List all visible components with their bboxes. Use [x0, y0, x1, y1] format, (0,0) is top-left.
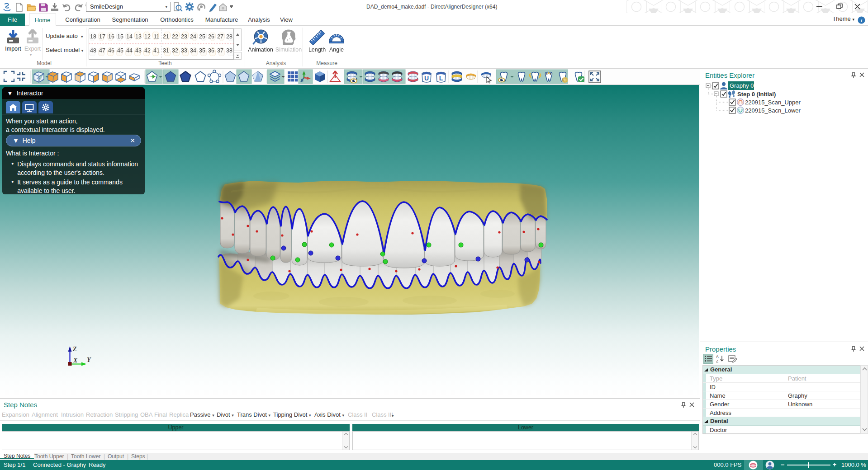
svg-text:Step 0 (Initial): Step 0 (Initial) [737, 91, 776, 98]
svg-text:13: 13 [135, 33, 142, 40]
svg-text:L: L [439, 75, 443, 82]
svg-text:16: 16 [108, 33, 114, 40]
svg-text:U: U [424, 75, 429, 82]
svg-text:15: 15 [117, 33, 123, 40]
svg-text:Z: Z [72, 346, 77, 352]
svg-text:23: 23 [181, 33, 187, 40]
svg-text:12: 12 [144, 33, 151, 40]
svg-text:36: 36 [208, 47, 214, 54]
svg-text:27: 27 [217, 33, 223, 40]
svg-text:48: 48 [90, 47, 96, 54]
svg-text:11: 11 [154, 33, 160, 40]
svg-text:32: 32 [172, 47, 178, 54]
svg-text:42: 42 [144, 47, 151, 54]
svg-text:26: 26 [208, 33, 214, 40]
svg-text:14: 14 [126, 33, 133, 40]
svg-text:17: 17 [99, 33, 105, 40]
svg-text:31: 31 [163, 47, 169, 54]
svg-text:220915_Scan_Upper: 220915_Scan_Upper [745, 99, 801, 106]
svg-text:Y: Y [87, 357, 91, 363]
svg-text:46: 46 [108, 47, 114, 54]
svg-text:43: 43 [135, 47, 142, 54]
svg-text:24: 24 [190, 33, 196, 40]
svg-text:37: 37 [217, 47, 223, 54]
svg-text:18: 18 [90, 33, 96, 40]
svg-text:21: 21 [163, 33, 169, 40]
svg-text:28: 28 [226, 33, 232, 40]
svg-text:34: 34 [190, 47, 196, 54]
svg-text:X: X [73, 357, 78, 364]
svg-text:35: 35 [199, 47, 205, 54]
svg-text:45: 45 [117, 47, 123, 54]
svg-text:44: 44 [126, 47, 133, 54]
svg-text:Graphy 0: Graphy 0 [730, 82, 754, 89]
svg-text:33: 33 [181, 47, 187, 54]
svg-text:220915_Sacn_Lower: 220915_Sacn_Lower [745, 107, 801, 114]
svg-text:22: 22 [172, 33, 178, 40]
svg-text:47: 47 [99, 47, 105, 54]
svg-text:25: 25 [199, 33, 205, 40]
svg-text:Z: Z [716, 359, 718, 363]
svg-text:A: A [716, 354, 719, 359]
svg-text:41: 41 [153, 47, 160, 54]
svg-text:38: 38 [226, 47, 232, 54]
